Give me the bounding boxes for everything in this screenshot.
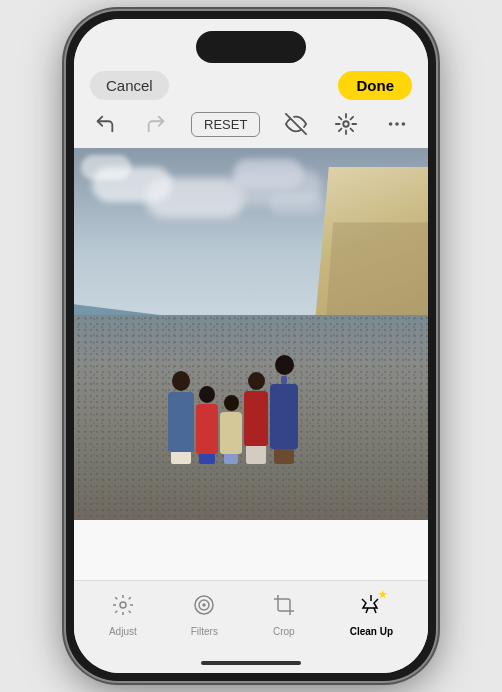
bottom-nav: Adjust Filters	[74, 580, 428, 653]
done-button[interactable]: Done	[338, 71, 412, 100]
nav-item-cleanup[interactable]: ★ Clean Up	[340, 589, 403, 641]
home-indicator-bar	[201, 661, 301, 665]
cleanup-nav-icon: ★	[359, 593, 383, 622]
photo-area	[74, 148, 428, 580]
svg-point-4	[389, 123, 391, 125]
dynamic-island	[196, 31, 306, 63]
white-area	[74, 520, 428, 580]
photo[interactable]	[74, 148, 428, 520]
person5	[270, 355, 298, 464]
svg-point-8	[203, 604, 205, 606]
adjust-icon-button[interactable]	[331, 108, 362, 140]
redo-button[interactable]	[141, 108, 172, 140]
nav-item-filters[interactable]: Filters	[181, 589, 228, 641]
toolbar-row: RESET	[74, 100, 428, 148]
cleanup-star: ★	[378, 589, 387, 600]
svg-point-2	[396, 123, 398, 125]
home-indicator	[74, 653, 428, 673]
svg-point-3	[402, 123, 404, 125]
filters-nav-icon	[192, 593, 216, 622]
person1	[168, 371, 194, 464]
crop-nav-icon	[272, 593, 296, 622]
phone-frame: Cancel Done RESET	[66, 11, 436, 681]
svg-point-1	[343, 121, 349, 127]
cleanup-label: Clean Up	[350, 626, 393, 637]
hide-button[interactable]	[280, 108, 311, 140]
cloud6	[232, 170, 322, 205]
person4	[244, 372, 268, 464]
nav-item-adjust[interactable]: Adjust	[99, 589, 147, 641]
more-button[interactable]	[381, 108, 412, 140]
family-group	[127, 241, 339, 464]
cancel-button[interactable]: Cancel	[90, 71, 169, 100]
adjust-label: Adjust	[109, 626, 137, 637]
cloud2	[81, 155, 131, 180]
undo-button[interactable]	[90, 108, 121, 140]
adjust-nav-icon	[111, 593, 135, 622]
nav-item-crop[interactable]: Crop	[262, 589, 306, 641]
reset-button[interactable]: RESET	[191, 112, 260, 137]
crop-label: Crop	[273, 626, 295, 637]
cloud3	[145, 178, 245, 218]
filters-label: Filters	[191, 626, 218, 637]
person2	[196, 386, 218, 464]
person3	[220, 395, 242, 464]
screen: Cancel Done RESET	[74, 19, 428, 673]
svg-point-5	[120, 602, 126, 608]
